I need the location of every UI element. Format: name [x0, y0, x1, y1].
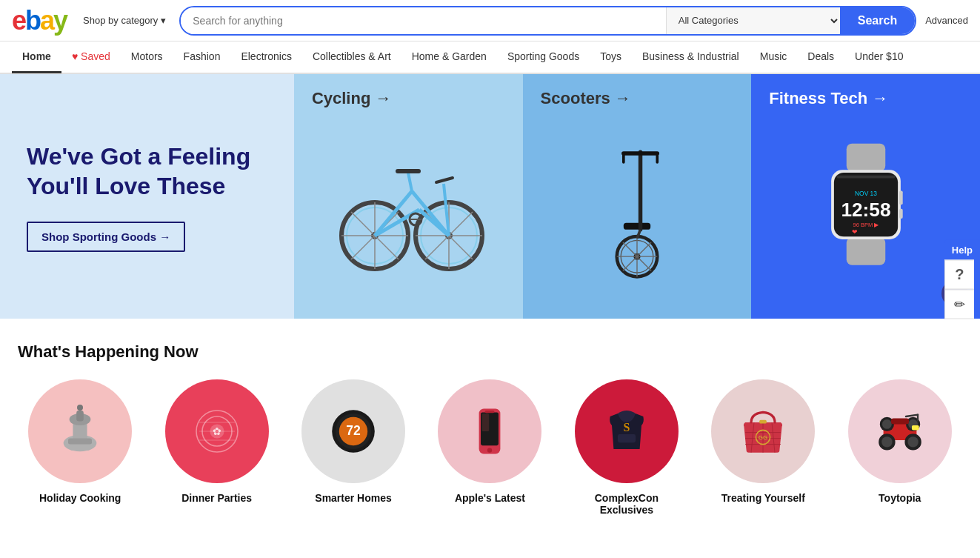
svg-rect-51: [76, 411, 84, 421]
svg-text:12:58: 12:58: [841, 199, 890, 221]
nav-item-electronics[interactable]: Electronics: [230, 41, 301, 73]
fitness-image: NOV 13 12:58 96 BPM ▶ ❤: [769, 108, 962, 304]
svg-rect-68: [485, 411, 495, 413]
logo-a: a: [40, 5, 53, 36]
category-dinner-parties[interactable]: ✿ Dinner Parties: [158, 379, 276, 516]
svg-line-92: [906, 415, 918, 416]
category-toytopia[interactable]: Toytopia: [841, 379, 959, 516]
iphone-icon: [460, 402, 519, 461]
smartwatch-svg: NOV 13 12:58 96 BPM ▶ ❤: [810, 132, 921, 280]
svg-rect-47: [899, 209, 903, 219]
cycling-image: [312, 108, 505, 304]
categories-row: Holiday Cooking ✿ Dinner Parties: [18, 379, 962, 516]
svg-text:GG: GG: [759, 434, 767, 441]
category-label-toytopia: Toytopia: [879, 492, 921, 504]
help-feedback-button[interactable]: ✏: [944, 289, 974, 319]
category-circle-holiday-cooking: [28, 379, 132, 483]
nav-item-music[interactable]: Music: [750, 41, 798, 73]
chevron-down-icon: ▾: [161, 15, 166, 26]
category-label-holiday-cooking: Holiday Cooking: [39, 492, 121, 504]
nav-item-under10[interactable]: Under $10: [844, 41, 913, 73]
shop-sporting-goods-button[interactable]: Shop Sporting Goods →: [27, 222, 185, 252]
nav-item-sporting-goods[interactable]: Sporting Goods: [497, 41, 590, 73]
svg-rect-38: [846, 237, 885, 265]
svg-rect-44: [836, 176, 895, 179]
search-button[interactable]: Search: [840, 7, 915, 34]
svg-point-83: [881, 436, 892, 447]
nav-item-motors[interactable]: Motors: [121, 41, 173, 73]
svg-rect-90: [912, 425, 919, 430]
help-tab[interactable]: Help: [944, 239, 980, 259]
hero-tagline: We've Got a Feeling You'll Love These: [27, 142, 267, 201]
help-sidebar: Help ? ✏: [944, 239, 980, 319]
category-smarter-homes[interactable]: 72 Smarter Homes: [294, 379, 413, 516]
hero-cycling-panel[interactable]: Cycling →: [294, 74, 523, 319]
category-circle-smarter-homes: 72: [301, 379, 405, 483]
category-label-dinner-parties: Dinner Parties: [181, 492, 252, 504]
nav-item-toys[interactable]: Toys: [590, 41, 632, 73]
svg-point-87: [882, 419, 892, 429]
logo-e: e: [12, 5, 25, 36]
scooter-svg: [596, 132, 678, 280]
category-label-smarter-homes: Smarter Homes: [315, 492, 392, 504]
svg-rect-37: [846, 144, 885, 172]
svg-text:❤: ❤: [852, 228, 858, 236]
mixer-icon: [50, 402, 110, 461]
svg-rect-53: [68, 439, 92, 445]
category-circle-dinner-parties: ✿: [165, 379, 269, 483]
logo-b: b: [25, 5, 40, 36]
advanced-link[interactable]: Advanced: [925, 15, 968, 26]
help-question-button[interactable]: ?: [944, 259, 974, 289]
nav-item-fashion[interactable]: Fashion: [173, 41, 231, 73]
hero-scooters-panel[interactable]: Scooters →: [523, 74, 752, 319]
svg-line-18: [408, 173, 412, 191]
category-label-treating-yourself: Treating Yourself: [721, 492, 805, 504]
category-label-complexcon: ComplexCon Exclusives: [567, 492, 686, 516]
bicycle-svg: [330, 139, 486, 273]
search-input[interactable]: [181, 7, 666, 34]
svg-rect-69: [482, 413, 490, 431]
nav-item-home[interactable]: Home: [12, 41, 61, 73]
svg-text:✿: ✿: [213, 425, 221, 437]
svg-point-52: [77, 405, 83, 411]
hoodie-icon: S: [597, 402, 656, 461]
svg-point-85: [907, 436, 918, 447]
svg-text:S: S: [623, 421, 630, 434]
svg-text:72: 72: [346, 423, 361, 438]
shop-by-category-label: Shop by category: [83, 15, 158, 26]
nav-item-saved[interactable]: ♥ Saved: [61, 41, 121, 73]
whats-happening-title: What's Happening Now: [18, 342, 962, 362]
nav-item-deals[interactable]: Deals: [797, 41, 844, 73]
category-circle-toytopia: [848, 379, 952, 483]
svg-point-67: [487, 448, 492, 452]
category-complexcon[interactable]: S ComplexCon Exclusives: [567, 379, 686, 516]
category-treating-yourself[interactable]: GG Treating Yourself: [704, 379, 822, 516]
nav-item-home-garden[interactable]: Home & Garden: [401, 41, 497, 73]
main-navigation: Home ♥ Saved Motors Fashion Electronics …: [0, 41, 980, 74]
category-circle-complexcon: S: [575, 379, 679, 483]
svg-line-21: [436, 178, 453, 182]
logo-y: y: [53, 5, 67, 36]
shop-by-category-dropdown[interactable]: Shop by category ▾: [79, 12, 170, 29]
header: ebay Shop by category ▾ All CategoriesAn…: [0, 0, 980, 41]
svg-rect-19: [396, 169, 421, 173]
hero-left-panel: We've Got a Feeling You'll Love These Sh…: [0, 74, 294, 319]
svg-rect-27: [624, 223, 650, 230]
ebay-logo[interactable]: ebay: [12, 5, 67, 36]
atv-toy-icon: [870, 402, 930, 461]
nav-item-business[interactable]: Business & Industrial: [632, 41, 750, 73]
category-apples-latest[interactable]: Apple's Latest: [430, 379, 549, 516]
fitness-title: Fitness Tech →: [769, 89, 962, 108]
svg-rect-80: [760, 420, 767, 424]
nav-item-collectibles[interactable]: Collectibles & Art: [302, 41, 401, 73]
hero-banner: We've Got a Feeling You'll Love These Sh…: [0, 74, 980, 319]
category-select[interactable]: All CategoriesAntiquesArtBabyBooksBusine…: [666, 7, 840, 34]
handbag-icon: GG: [733, 402, 793, 461]
whats-happening-section: What's Happening Now Holiday Cooking: [0, 319, 980, 534]
svg-rect-91: [891, 418, 909, 424]
nest-thermostat-icon: 72: [324, 402, 383, 461]
cycling-title: Cycling →: [312, 89, 505, 108]
svg-rect-46: [899, 190, 903, 205]
category-holiday-cooking[interactable]: Holiday Cooking: [21, 379, 139, 516]
category-label-apples-latest: Apple's Latest: [455, 492, 525, 504]
